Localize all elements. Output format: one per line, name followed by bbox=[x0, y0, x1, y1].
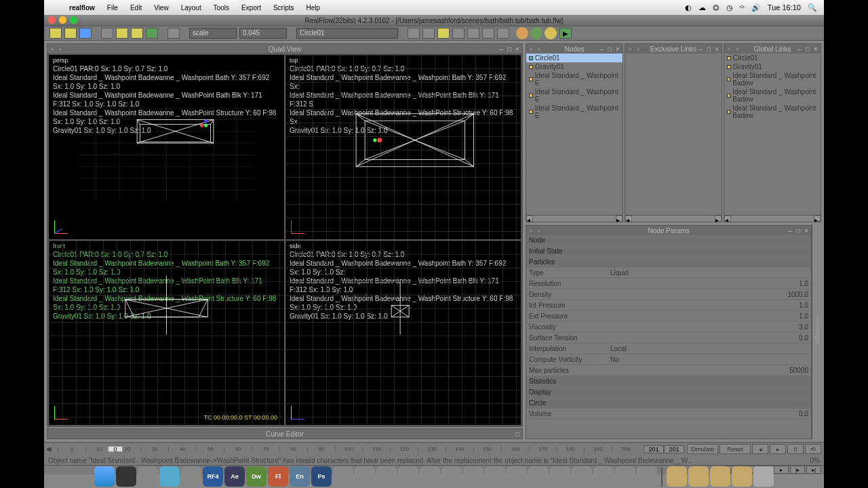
dock-finder[interactable] bbox=[94, 466, 115, 487]
param-row[interactable]: Compute VorticityNo bbox=[526, 354, 811, 365]
close-icon[interactable]: × bbox=[514, 45, 521, 53]
maximize-icon[interactable]: □ bbox=[804, 45, 811, 53]
dock-folder[interactable] bbox=[732, 466, 752, 487]
viewport-persp[interactable]: persp Circle01 PAR:0 Sx: 1.0 Sy: 0.7 Sz:… bbox=[49, 55, 284, 239]
dock-app[interactable] bbox=[376, 466, 397, 487]
timeline-playhead[interactable]: 0 bbox=[108, 446, 123, 452]
list-item[interactable]: Ideal Standard _ Washpoint E bbox=[526, 87, 623, 104]
minimize-icon[interactable]: – bbox=[498, 45, 505, 53]
toolbar-button[interactable] bbox=[146, 28, 158, 39]
sim-button[interactable] bbox=[545, 27, 557, 39]
toolbar-button[interactable] bbox=[452, 28, 465, 39]
dock-trash[interactable] bbox=[753, 466, 774, 487]
viewport-side[interactable]: side Circle01 PAR:0 Sx: 1.0 Sy: 0.7 Sz: … bbox=[285, 241, 521, 425]
nodes-list[interactable]: Circle01 Gravity01 Ideal Standard _ Wash… bbox=[526, 54, 623, 215]
next-frame-button[interactable]: ▸ bbox=[770, 444, 786, 454]
curve-editor-panel[interactable]: Curve Editor □ bbox=[47, 428, 523, 439]
list-item[interactable]: Ideal Standard _ Washpoint Badew bbox=[724, 104, 821, 120]
dock-after-effects[interactable]: Ae bbox=[224, 466, 245, 487]
menubar-extra-icon[interactable]: ⏣ bbox=[713, 3, 719, 12]
menu-view[interactable]: View bbox=[148, 4, 175, 12]
maximize-icon[interactable]: □ bbox=[606, 45, 613, 53]
sim-button[interactable] bbox=[516, 27, 528, 39]
list-item[interactable]: Circle01 bbox=[724, 54, 821, 62]
params-list[interactable]: NodeInitial StateParticlesTypeLiquidReso… bbox=[526, 235, 811, 439]
dock-photoshop[interactable]: Ps bbox=[311, 466, 332, 487]
menu-help[interactable]: Help bbox=[300, 4, 327, 12]
scrollbar[interactable]: ◂▸ bbox=[724, 215, 821, 222]
list-item[interactable]: Gravity01 bbox=[526, 62, 623, 71]
minimize-icon[interactable]: – bbox=[598, 45, 605, 53]
dock-app[interactable] bbox=[528, 466, 549, 487]
dock-app[interactable] bbox=[615, 466, 635, 487]
dock-app[interactable] bbox=[463, 466, 484, 487]
dock-app[interactable] bbox=[420, 466, 440, 487]
list-item[interactable]: Circle01 bbox=[526, 54, 623, 62]
exclusive-links-list[interactable] bbox=[625, 54, 722, 215]
app-name[interactable]: realflow bbox=[63, 4, 101, 12]
list-item[interactable]: Ideal Standard _ Washpoint Badew bbox=[724, 71, 821, 87]
close-icon[interactable]: × bbox=[803, 227, 810, 235]
select-tool[interactable] bbox=[101, 28, 113, 39]
maximize-icon[interactable]: □ bbox=[795, 227, 802, 235]
dock-realflow[interactable]: RF4 bbox=[203, 466, 223, 487]
param-row[interactable]: Resolution1.0 bbox=[526, 279, 811, 289]
param-row[interactable]: Circle bbox=[526, 398, 811, 409]
param-row[interactable]: Ext Pressure1.0 bbox=[526, 311, 811, 322]
toolbar-button[interactable] bbox=[482, 28, 494, 39]
timeline-start-icon[interactable]: ⊲ bbox=[44, 445, 54, 453]
list-item[interactable]: Ideal Standard _ Washpoint E bbox=[526, 71, 623, 87]
dock-app[interactable] bbox=[593, 466, 614, 487]
global-links-list[interactable]: Circle01 Gravity01 Ideal Standard _ Wash… bbox=[724, 54, 821, 215]
dock-app[interactable] bbox=[637, 466, 657, 487]
dock-app[interactable] bbox=[550, 466, 570, 487]
maximize-icon[interactable]: □ bbox=[705, 45, 712, 53]
toolbar-button[interactable] bbox=[79, 28, 92, 39]
dock-app[interactable] bbox=[333, 466, 353, 487]
param-row[interactable]: TypeLiquid bbox=[526, 268, 811, 279]
close-icon[interactable]: × bbox=[713, 45, 720, 53]
toolbar-button[interactable] bbox=[116, 28, 128, 39]
reset-button[interactable]: Reset bbox=[719, 444, 751, 454]
timeline-range[interactable]: 201 bbox=[664, 445, 684, 453]
menu-edit[interactable]: Edit bbox=[124, 4, 148, 12]
dock-folder[interactable] bbox=[667, 466, 687, 487]
list-item[interactable]: Ideal Standard _ Washpoint Badew bbox=[724, 87, 821, 104]
param-row[interactable]: Max particles50000 bbox=[526, 365, 811, 376]
toolbar-button[interactable] bbox=[131, 28, 143, 39]
close-button[interactable] bbox=[48, 16, 56, 24]
menubar-extra-icon[interactable]: ◐ bbox=[685, 3, 692, 12]
param-row[interactable]: Viscosity3.0 bbox=[526, 322, 811, 333]
scale-value[interactable]: 0.045 bbox=[239, 28, 287, 39]
loop-button[interactable]: ⟲ bbox=[805, 444, 821, 454]
toolbar-button[interactable] bbox=[437, 28, 450, 39]
dock-folder[interactable] bbox=[710, 466, 730, 487]
minimize-icon[interactable]: – bbox=[796, 45, 803, 53]
object-field[interactable]: Circle01 bbox=[296, 28, 398, 39]
param-row[interactable]: Surface Tension0.0 bbox=[526, 333, 811, 344]
dock-app[interactable] bbox=[441, 466, 462, 487]
expand-icon[interactable]: □ bbox=[515, 430, 519, 438]
dock-app[interactable] bbox=[398, 466, 418, 487]
frame-field[interactable]: 0 bbox=[787, 444, 804, 454]
toolbar-button[interactable] bbox=[50, 28, 62, 39]
prev-frame-button[interactable]: ◂ bbox=[752, 444, 768, 454]
panel-button[interactable]: ▫ bbox=[49, 45, 56, 53]
volume-icon[interactable]: 🔊 bbox=[751, 3, 761, 12]
dock-app[interactable] bbox=[507, 466, 527, 487]
menu-scripts[interactable]: Scripts bbox=[267, 4, 300, 12]
dock-folder[interactable] bbox=[688, 466, 709, 487]
menubar-extra-icon[interactable]: ☁ bbox=[698, 3, 706, 12]
minimize-icon[interactable]: – bbox=[787, 227, 793, 235]
dock-app[interactable] bbox=[572, 466, 592, 487]
param-row[interactable]: Density1000.0 bbox=[526, 289, 811, 300]
param-row[interactable]: InterpolationLocal bbox=[526, 344, 811, 354]
scrollbar[interactable]: ◂▸ bbox=[625, 215, 722, 222]
dock-dreamweaver[interactable]: Dw bbox=[246, 466, 267, 487]
menu-export[interactable]: Export bbox=[235, 4, 267, 12]
dock-app[interactable] bbox=[485, 466, 505, 487]
dock-encore[interactable]: En bbox=[290, 466, 310, 487]
sim-button[interactable] bbox=[530, 27, 542, 39]
param-row[interactable]: Int Pressure1.0 bbox=[526, 300, 811, 311]
param-row[interactable]: Volume0.0 bbox=[526, 409, 811, 420]
